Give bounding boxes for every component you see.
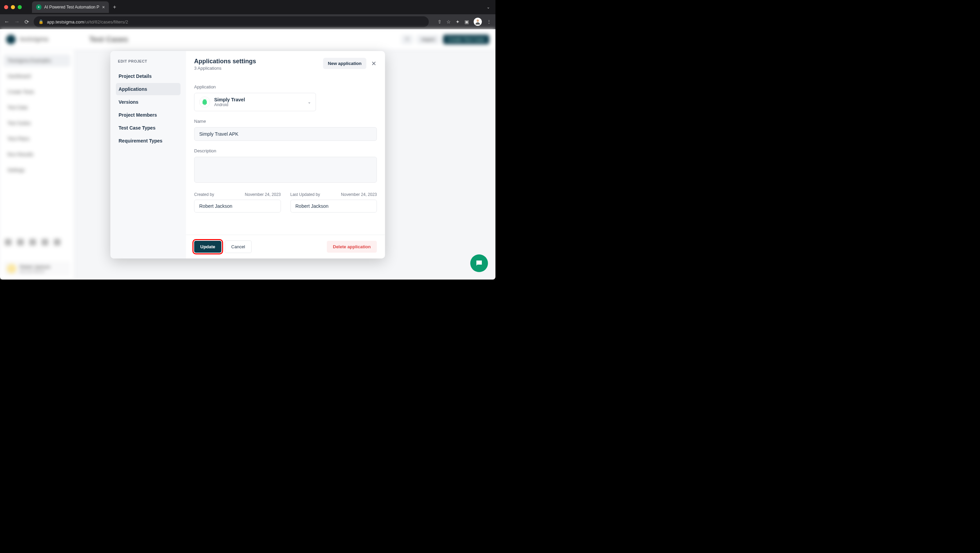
lock-icon: 🔒 [38, 19, 43, 24]
tab-title: AI Powered Test Automation P [44, 5, 99, 10]
profile-avatar[interactable] [474, 17, 482, 26]
traffic-lights [4, 5, 22, 9]
sidebar-item-requirement-types[interactable]: Requirement Types [116, 135, 181, 147]
nav-reload-icon[interactable]: ⟳ [24, 19, 29, 25]
kebab-icon[interactable]: ⋮ [487, 19, 492, 24]
updated-by-label: Last Updated by [290, 192, 320, 197]
nav-back-icon[interactable]: ← [4, 19, 10, 25]
browser-tab[interactable]: ✦ AI Powered Test Automation P × [32, 2, 109, 13]
edit-project-modal: EDIT PROJECT Project Details Application… [111, 51, 385, 259]
form-area: Application Simply Travel Android ⌄ Name [186, 76, 385, 235]
sidebar-item-project-members[interactable]: Project Members [116, 109, 181, 121]
browser-actions: ⇧ ☆ ✦ ▣ ⋮ [438, 17, 492, 26]
sidebar-item-applications[interactable]: Applications [116, 83, 181, 95]
sidebar-item-versions[interactable]: Versions [116, 96, 181, 108]
description-label: Description [194, 148, 377, 153]
tab-bar: ✦ AI Powered Test Automation P × + ⌄ [0, 0, 495, 14]
application-select[interactable]: Simply Travel Android ⌄ [194, 93, 316, 111]
modal-title: Applications settings [194, 58, 319, 65]
android-icon [199, 97, 210, 108]
edit-project-label: EDIT PROJECT [116, 59, 181, 63]
description-input[interactable] [194, 157, 377, 183]
modal-header: Applications settings 3 Applications New… [186, 51, 385, 76]
modal-main: Applications settings 3 Applications New… [186, 51, 385, 259]
meta-row: Created by November 24, 2023 Robert Jack… [194, 192, 377, 213]
updated-by-value: Robert Jackson [290, 200, 377, 213]
tab-close-icon[interactable]: × [102, 5, 105, 10]
nav-forward-icon[interactable]: → [14, 19, 20, 25]
app-platform: Android [215, 102, 304, 107]
chevron-down-icon: ⌄ [308, 100, 311, 105]
created-by-value: Robert Jackson [194, 200, 281, 213]
tab-favicon: ✦ [36, 5, 41, 10]
star-icon[interactable]: ☆ [447, 19, 451, 24]
modal-subtitle: 3 Applications [194, 66, 319, 71]
address-bar[interactable]: 🔒 app.testsigma.com/ui/td/82/cases/filte… [34, 16, 429, 27]
application-label: Application [194, 84, 377, 89]
panel-icon[interactable]: ▣ [465, 19, 469, 24]
app-name: Simply Travel [215, 97, 304, 102]
browser-chrome: ✦ AI Powered Test Automation P × + ⌄ ← →… [0, 0, 495, 29]
sidebar-item-project-details[interactable]: Project Details [116, 70, 181, 82]
window-close-icon[interactable] [4, 5, 8, 9]
delete-application-button[interactable]: Delete application [327, 241, 377, 253]
svg-point-0 [477, 19, 479, 22]
created-by-label: Created by [194, 192, 215, 197]
name-input[interactable] [194, 127, 377, 141]
puzzle-icon[interactable]: ✦ [456, 19, 460, 24]
viewport: testsigma Test Cases ? Import Create Tes… [0, 29, 495, 280]
modal-sidebar: EDIT PROJECT Project Details Application… [111, 51, 186, 259]
close-icon[interactable]: ✕ [371, 58, 377, 69]
new-tab-icon[interactable]: + [113, 4, 116, 10]
name-label: Name [194, 119, 377, 124]
share-icon[interactable]: ⇧ [438, 19, 442, 24]
url-bar: ← → ⟳ 🔒 app.testsigma.com/ui/td/82/cases… [0, 14, 495, 29]
url-text: app.testsigma.com/ui/td/82/cases/filters… [47, 19, 128, 24]
created-date: November 24, 2023 [245, 192, 281, 197]
window-min-icon[interactable] [11, 5, 15, 9]
window-max-icon[interactable] [18, 5, 22, 9]
sidebar-item-test-case-types[interactable]: Test Case Types [116, 122, 181, 134]
chat-fab[interactable] [470, 254, 488, 272]
modal-footer: Update Cancel Delete application [186, 235, 385, 259]
tabs-dropdown-icon[interactable]: ⌄ [487, 5, 490, 10]
new-application-button[interactable]: New application [323, 58, 366, 69]
cancel-button[interactable]: Cancel [225, 240, 251, 253]
update-button[interactable]: Update [194, 241, 221, 253]
updated-date: November 24, 2023 [341, 192, 377, 197]
